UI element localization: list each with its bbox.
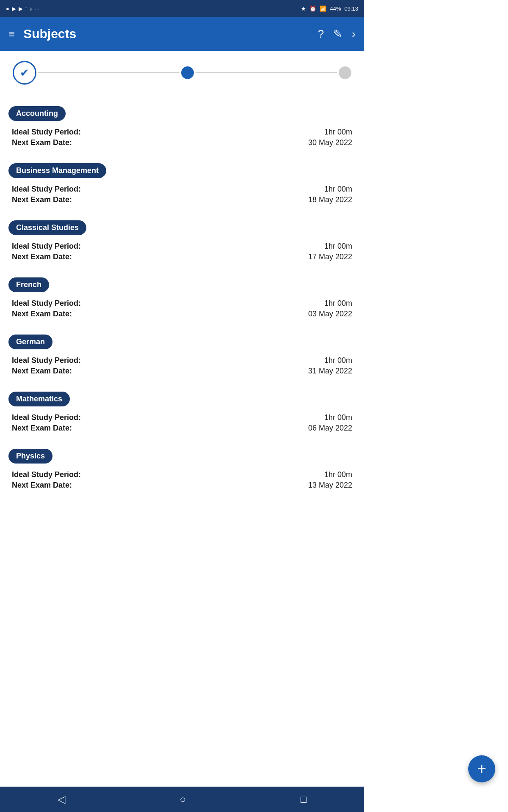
detail-row: Next Exam Date:17 May 2022 xyxy=(12,252,352,261)
step-3-inactive xyxy=(339,66,351,79)
alarm-icon: ⏰ xyxy=(309,5,316,12)
next-exam-date-value: 06 May 2022 xyxy=(308,424,352,433)
next-exam-date-label: Next Exam Date: xyxy=(12,252,72,261)
ideal-study-period-label: Ideal Study Period: xyxy=(12,128,81,137)
detail-row: Next Exam Date:30 May 2022 xyxy=(12,138,352,147)
detail-row: Ideal Study Period:1hr 00m xyxy=(12,413,352,422)
status-icon-3: ▶ xyxy=(19,5,23,12)
progress-stepper: ✔ xyxy=(0,51,364,95)
page-title: Subjects xyxy=(23,27,309,41)
subject-details: Ideal Study Period:1hr 00mNext Exam Date… xyxy=(8,411,356,440)
ideal-study-period-value: 1hr 00m xyxy=(324,413,352,422)
ideal-study-period-value: 1hr 00m xyxy=(324,470,352,479)
next-exam-date-value: 18 May 2022 xyxy=(308,195,352,204)
next-exam-date-label: Next Exam Date: xyxy=(12,424,72,433)
subject-section: MathematicsIdeal Study Period:1hr 00mNex… xyxy=(8,385,356,440)
bottom-nav: ◁ ○ □ xyxy=(0,787,364,812)
next-icon[interactable]: › xyxy=(352,27,356,41)
subject-details: Ideal Study Period:1hr 00mNext Exam Date… xyxy=(8,239,356,269)
ideal-study-period-value: 1hr 00m xyxy=(324,299,352,308)
ideal-study-period-value: 1hr 00m xyxy=(324,128,352,137)
edit-icon[interactable]: ✎ xyxy=(333,27,342,41)
subject-details: Ideal Study Period:1hr 00mNext Exam Date… xyxy=(8,354,356,383)
subject-details: Ideal Study Period:1hr 00mNext Exam Date… xyxy=(8,296,356,326)
step-2-active xyxy=(181,66,194,79)
home-button[interactable]: ○ xyxy=(180,793,186,805)
next-exam-date-label: Next Exam Date: xyxy=(12,367,72,376)
next-exam-date-value: 30 May 2022 xyxy=(308,138,352,147)
next-exam-date-value: 13 May 2022 xyxy=(308,481,352,490)
subjects-list: AccountingIdeal Study Period:1hr 00mNext… xyxy=(0,95,364,541)
ideal-study-period-label: Ideal Study Period: xyxy=(12,356,81,365)
ideal-study-period-label: Ideal Study Period: xyxy=(12,299,81,308)
subject-section: FrenchIdeal Study Period:1hr 00mNext Exa… xyxy=(8,271,356,326)
subject-tag[interactable]: French xyxy=(8,277,49,292)
menu-icon[interactable]: ≡ xyxy=(8,27,15,41)
next-exam-date-label: Next Exam Date: xyxy=(12,481,72,490)
wifi-icon: 📶 xyxy=(320,5,326,12)
subject-tag[interactable]: Mathematics xyxy=(8,392,70,406)
detail-row: Ideal Study Period:1hr 00m xyxy=(12,356,352,365)
next-exam-date-value: 17 May 2022 xyxy=(308,252,352,261)
app-bar-actions: ? ✎ › xyxy=(318,27,356,41)
next-exam-date-value: 03 May 2022 xyxy=(308,310,352,318)
detail-row: Next Exam Date:03 May 2022 xyxy=(12,310,352,318)
subject-tag[interactable]: Accounting xyxy=(8,106,66,121)
check-icon: ✔ xyxy=(20,66,29,80)
subject-section: PhysicsIdeal Study Period:1hr 00mNext Ex… xyxy=(8,442,356,497)
status-icon-2: ▶ xyxy=(12,5,16,12)
subject-tag[interactable]: Physics xyxy=(8,449,52,464)
subject-tag[interactable]: German xyxy=(8,335,52,349)
detail-row: Next Exam Date:31 May 2022 xyxy=(12,367,352,376)
next-exam-date-label: Next Exam Date: xyxy=(12,138,72,147)
subject-details: Ideal Study Period:1hr 00mNext Exam Date… xyxy=(8,182,356,212)
status-icon-5: ♪ xyxy=(29,5,32,12)
ideal-study-period-label: Ideal Study Period: xyxy=(12,242,81,251)
status-right-icons: ★ ⏰ 📶 44% 09:13 xyxy=(301,5,358,12)
subject-section: AccountingIdeal Study Period:1hr 00mNext… xyxy=(8,99,356,155)
status-icon-4: f xyxy=(25,5,27,12)
ideal-study-period-value: 1hr 00m xyxy=(324,356,352,365)
help-icon[interactable]: ? xyxy=(318,27,324,41)
ideal-study-period-value: 1hr 00m xyxy=(324,185,352,194)
ideal-study-period-label: Ideal Study Period: xyxy=(12,470,81,479)
step-1-complete: ✔ xyxy=(13,61,36,85)
ideal-study-period-label: Ideal Study Period: xyxy=(12,185,81,194)
subject-tag[interactable]: Business Management xyxy=(8,163,106,178)
battery-label: 44% xyxy=(330,5,341,12)
subject-section: Business ManagementIdeal Study Period:1h… xyxy=(8,156,356,212)
detail-row: Next Exam Date:13 May 2022 xyxy=(12,481,352,490)
detail-row: Ideal Study Period:1hr 00m xyxy=(12,185,352,194)
ideal-study-period-value: 1hr 00m xyxy=(324,242,352,251)
detail-row: Ideal Study Period:1hr 00m xyxy=(12,128,352,137)
detail-row: Ideal Study Period:1hr 00m xyxy=(12,470,352,479)
next-exam-date-label: Next Exam Date: xyxy=(12,195,72,204)
status-left-icons: ● ▶ ▶ f ♪ ··· xyxy=(6,5,39,12)
status-icon-1: ● xyxy=(6,5,9,12)
next-exam-date-label: Next Exam Date: xyxy=(12,310,72,318)
status-icon-more: ··· xyxy=(35,5,39,12)
step-line-1 xyxy=(38,72,179,73)
next-exam-date-value: 31 May 2022 xyxy=(308,367,352,376)
subject-details: Ideal Study Period:1hr 00mNext Exam Date… xyxy=(8,125,356,155)
time-label: 09:13 xyxy=(344,5,358,12)
recents-button[interactable]: □ xyxy=(301,793,307,805)
status-bar: ● ▶ ▶ f ♪ ··· ★ ⏰ 📶 44% 09:13 xyxy=(0,0,364,17)
subject-details: Ideal Study Period:1hr 00mNext Exam Date… xyxy=(8,468,356,497)
detail-row: Next Exam Date:18 May 2022 xyxy=(12,195,352,204)
detail-row: Next Exam Date:06 May 2022 xyxy=(12,424,352,433)
detail-row: Ideal Study Period:1hr 00m xyxy=(12,299,352,308)
app-bar: ≡ Subjects ? ✎ › xyxy=(0,17,364,51)
subject-tag[interactable]: Classical Studies xyxy=(8,220,86,235)
subject-section: GermanIdeal Study Period:1hr 00mNext Exa… xyxy=(8,328,356,383)
step-line-2 xyxy=(196,72,337,73)
subject-section: Classical StudiesIdeal Study Period:1hr … xyxy=(8,214,356,269)
detail-row: Ideal Study Period:1hr 00m xyxy=(12,242,352,251)
ideal-study-period-label: Ideal Study Period: xyxy=(12,413,81,422)
bluetooth-icon: ★ xyxy=(301,5,306,12)
back-button[interactable]: ◁ xyxy=(58,793,65,805)
